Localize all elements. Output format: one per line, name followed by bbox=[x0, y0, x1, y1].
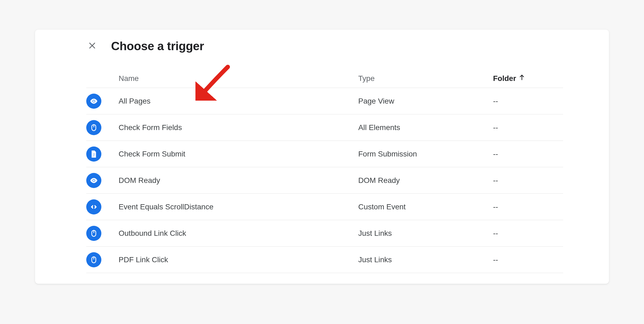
trigger-folder: -- bbox=[493, 229, 563, 238]
eye-icon bbox=[86, 173, 101, 188]
choose-trigger-panel: Choose a trigger Name Type Folder All Pa… bbox=[35, 30, 609, 284]
column-header-name[interactable]: Name bbox=[119, 74, 358, 83]
close-icon bbox=[88, 41, 97, 51]
trigger-type: Custom Event bbox=[358, 203, 493, 211]
svg-rect-8 bbox=[93, 156, 94, 156]
eye-icon bbox=[86, 94, 101, 109]
table-row[interactable]: All PagesPage View-- bbox=[86, 88, 563, 114]
svg-point-3 bbox=[93, 100, 95, 102]
table-header: Name Type Folder bbox=[86, 69, 563, 88]
trigger-icon-cell bbox=[86, 252, 119, 267]
mouse-icon bbox=[86, 120, 101, 135]
table-row[interactable]: Check Form SubmitForm Submission-- bbox=[86, 141, 563, 167]
close-button[interactable] bbox=[86, 40, 98, 52]
trigger-type: All Elements bbox=[358, 123, 493, 132]
trigger-name: Check Form Submit bbox=[119, 150, 358, 158]
arrow-up-icon bbox=[518, 74, 525, 83]
trigger-icon-cell bbox=[86, 94, 119, 109]
panel-title: Choose a trigger bbox=[111, 39, 204, 53]
table-row[interactable]: Event Equals ScrollDistanceCustom Event-… bbox=[86, 194, 563, 220]
trigger-folder: -- bbox=[493, 176, 563, 185]
trigger-icon-cell bbox=[86, 226, 119, 241]
svg-rect-6 bbox=[93, 153, 95, 154]
trigger-icon-cell bbox=[86, 173, 119, 188]
trigger-name: DOM Ready bbox=[119, 176, 358, 185]
trigger-folder: -- bbox=[493, 150, 563, 158]
column-header-folder-label: Folder bbox=[493, 74, 516, 83]
table-row[interactable]: Outbound Link ClickJust Links-- bbox=[86, 220, 563, 247]
mouse-icon bbox=[86, 252, 101, 267]
code-icon bbox=[86, 199, 101, 214]
trigger-folder: -- bbox=[493, 123, 563, 132]
trigger-icon-cell bbox=[86, 146, 119, 162]
trigger-icon-cell bbox=[86, 120, 119, 135]
trigger-type: Just Links bbox=[358, 229, 493, 238]
trigger-type: Page View bbox=[358, 97, 493, 105]
trigger-name: PDF Link Click bbox=[119, 255, 358, 264]
trigger-folder: -- bbox=[493, 203, 563, 211]
table-row[interactable]: DOM ReadyDOM Ready-- bbox=[86, 167, 563, 194]
trigger-table: Name Type Folder All PagesPage View--Che… bbox=[46, 69, 598, 273]
trigger-folder: -- bbox=[493, 97, 563, 105]
doc-icon bbox=[86, 146, 101, 162]
trigger-type: Just Links bbox=[358, 255, 493, 264]
trigger-name: Event Equals ScrollDistance bbox=[119, 203, 358, 211]
trigger-type: Form Submission bbox=[358, 150, 493, 158]
table-row[interactable]: Check Form FieldsAll Elements-- bbox=[86, 114, 563, 141]
column-header-type[interactable]: Type bbox=[358, 74, 493, 83]
trigger-folder: -- bbox=[493, 255, 563, 264]
trigger-name: All Pages bbox=[119, 97, 358, 105]
column-header-folder[interactable]: Folder bbox=[493, 74, 563, 83]
trigger-name: Outbound Link Click bbox=[119, 229, 358, 238]
trigger-type: DOM Ready bbox=[358, 176, 493, 185]
trigger-name: Check Form Fields bbox=[119, 123, 358, 132]
mouse-icon bbox=[86, 226, 101, 241]
svg-point-9 bbox=[93, 180, 95, 181]
svg-rect-7 bbox=[93, 154, 95, 155]
table-row[interactable]: PDF Link ClickJust Links-- bbox=[86, 247, 563, 273]
trigger-icon-cell bbox=[86, 199, 119, 214]
